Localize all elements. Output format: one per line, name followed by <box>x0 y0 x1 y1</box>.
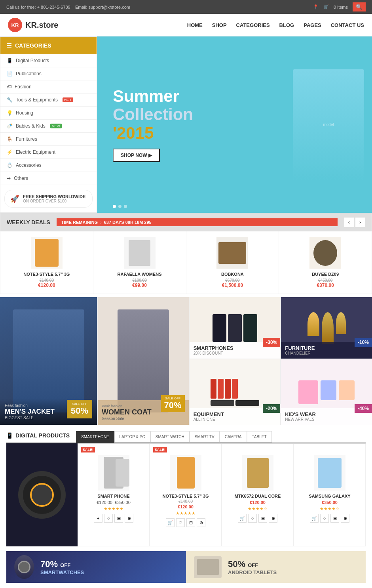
header: KR KR.store HOME SHOP CATEGORIES BLOG PA… <box>0 14 372 36</box>
sidebar-item-others[interactable]: ➡ Others <box>0 172 97 185</box>
publications-icon: 📄 <box>7 71 13 76</box>
equipment-disc: -20% <box>263 404 280 413</box>
deal-item-4: BUYEE DZ09 €450.00 €370.00 <box>279 231 372 294</box>
promo-furniture-card[interactable]: FURNITURE CHANDELIER -10% <box>281 297 372 359</box>
sidebar-item-electric[interactable]: ⚡ Electric Equipment <box>0 146 97 159</box>
deal-name-4: BUYEE DZ09 <box>283 272 368 277</box>
wishlist-btn-1[interactable]: ♡ <box>104 514 113 523</box>
logo[interactable]: KR KR.store <box>8 18 58 32</box>
wishlist-btn-2[interactable]: ♡ <box>176 518 185 527</box>
hero-content: Summer Collection '2015 SHOP NOW ▶ <box>97 71 209 178</box>
sidebar-item-tools[interactable]: 🔧 Tools & Equipments HOT <box>0 94 97 107</box>
compare-btn-1[interactable]: ⊞ <box>114 514 123 523</box>
tab-smartwatch[interactable]: SMART WATCH <box>150 431 190 443</box>
sidebar-item-digital[interactable]: 📱 Digital Products <box>0 54 97 67</box>
deals-nav: ‹ › <box>344 217 365 227</box>
dot-1[interactable] <box>113 205 116 208</box>
free-ship-banner: 🚀 FREE SHIPPING WORLDWIDE ON ORDER OVER … <box>4 190 93 208</box>
kids-sub: NEW ARRIVALS <box>285 417 368 422</box>
promo-banner-tablet-text: 50% OFF ANDROID TABLETS <box>228 559 277 575</box>
product-name-2: NOTE3-STYLE 5.7" 3G <box>154 494 217 498</box>
deals-products: NOTE3-STYLE 5.7" 3G €140.00 €120.00 RAFA… <box>0 231 372 294</box>
add-cart-btn-1[interactable]: + <box>94 514 102 523</box>
sidebar-label-others: Others <box>14 176 28 181</box>
nav-pages[interactable]: PAGES <box>304 22 321 28</box>
promo-banner-smartwatch[interactable]: 70% OFF SMARTWATCHES <box>6 551 186 583</box>
tablet-title: ANDROID TABLETS <box>228 569 277 575</box>
dot-2[interactable] <box>118 205 121 208</box>
product-stars-1: ★★★★★ <box>82 506 145 512</box>
sidebar-item-fashion[interactable]: 🏷 Fashion <box>0 80 97 94</box>
sidebar-item-babies[interactable]: 🍼 Babies & Kids NEW <box>0 120 97 133</box>
compare-btn-4[interactable]: ⊞ <box>330 514 339 523</box>
product-price-3: €120.00 <box>226 500 289 505</box>
promo-kids-wear[interactable]: KID'S WEAR NEW ARRIVALS -40% <box>281 359 372 425</box>
deals-prev-button[interactable]: ‹ <box>344 217 354 227</box>
deal-name-1: NOTE3-STYLE 5.7" 3G <box>4 272 89 277</box>
logo-icon: KR <box>8 18 22 32</box>
cart-count: 0 Items <box>334 5 348 10</box>
menu-icon: ☰ <box>7 42 12 49</box>
promo-banners: 70% OFF SMARTWATCHES 50% OFF ANDROID TAB… <box>6 551 366 583</box>
tab-tablet[interactable]: TABLET <box>247 431 272 443</box>
wishlist-btn-4[interactable]: ♡ <box>320 514 329 523</box>
nav-shop[interactable]: SHOP <box>212 22 227 28</box>
nav-home[interactable]: HOME <box>187 22 203 28</box>
product-card-1: SALE! SMART PHONE €120.00–€350.00 ★★★★★ … <box>78 443 150 546</box>
view-btn-2[interactable]: ⊕ <box>197 518 205 527</box>
tab-laptop[interactable]: LAPTOP & PC <box>114 431 150 443</box>
promo-equipment[interactable]: EQUIPMENT ALL IN ONE -20% <box>190 359 281 425</box>
view-btn-1[interactable]: ⊕ <box>125 514 133 523</box>
top-bar: Call us for free: + 801-2345-6789 Email:… <box>0 0 372 14</box>
cart-icon[interactable]: 🛒 <box>323 4 329 10</box>
promo-men-jacket[interactable]: Peak fashion MEN'S JACKET BIGGEST SALE S… <box>0 297 97 425</box>
dot-3[interactable] <box>124 205 127 208</box>
add-cart-btn-2[interactable]: 🛒 <box>166 518 175 527</box>
nav-blog[interactable]: BLOG <box>279 22 294 28</box>
fashion-icon: 🏷 <box>7 84 11 90</box>
deals-next-button[interactable]: › <box>355 217 365 227</box>
tools-icon: 🔧 <box>7 97 13 103</box>
housing-icon: 💡 <box>7 110 13 116</box>
compare-btn-3[interactable]: ⊞ <box>258 514 267 523</box>
product-img-1 <box>98 455 129 491</box>
men-jacket-sale-label: SALE OFF <box>71 402 88 406</box>
sidebar-label-housing: Housing <box>16 110 33 116</box>
product-card-3: MTK6572 DUAL CORE €120.00 ★★★★☆ 🛒 ♡ ⊞ ⊕ <box>222 443 294 546</box>
hero-line1: Summer <box>113 87 179 105</box>
deals-timer: TIME REMAINING › 637 DAYS 08H 18M 295 <box>57 218 338 226</box>
compare-btn-2[interactable]: ⊞ <box>186 518 195 527</box>
add-cart-btn-3[interactable]: 🛒 <box>238 514 247 523</box>
tab-smartphone[interactable]: SMARTPHONE <box>76 431 114 443</box>
product-name-4: SAMSUNG GALAXY <box>298 494 361 498</box>
sidebar-item-accessories[interactable]: 💍 Accessories <box>0 159 97 172</box>
hero-line2: Collection <box>113 105 193 124</box>
product-img-2 <box>170 455 201 491</box>
sidebar-item-publications[interactable]: 📄 Publications <box>0 67 97 80</box>
sidebar-item-furnitures[interactable]: 🪑 Furnitures <box>0 133 97 146</box>
view-btn-4[interactable]: ⊕ <box>341 514 349 523</box>
search-button[interactable]: 🔍 <box>353 2 366 11</box>
product-stars-2: ★★★★★ <box>154 511 217 516</box>
tablet-img <box>194 556 222 578</box>
nav-contact[interactable]: CONTACT US <box>331 22 364 28</box>
promo-banner-tablet[interactable]: 50% OFF ANDROID TABLETS <box>186 551 366 583</box>
shop-now-button[interactable]: SHOP NOW ▶ <box>113 149 160 162</box>
sidebar-item-housing[interactable]: 💡 Housing <box>0 107 97 120</box>
tab-camera[interactable]: CAMERA <box>220 431 247 443</box>
location-icon: 📍 <box>313 4 319 10</box>
nav-categories[interactable]: CATEGORIES <box>236 22 270 28</box>
promo-women-coat[interactable]: Peak fashion WOMEN COAT Season Sale SALE… <box>98 297 189 425</box>
deal-img-1 <box>31 237 63 269</box>
tab-smarttv[interactable]: SMART TV <box>190 431 220 443</box>
women-coat-desc: Season Sale <box>102 416 185 421</box>
view-btn-3[interactable]: ⊕ <box>269 514 277 523</box>
sale-badge-1: SALE! <box>81 447 95 452</box>
promo-smartphones[interactable]: SMARTPHONES 20% DISCOUNT -30% <box>190 297 281 359</box>
digital-section-title: 📱 DIGITAL PRODUCTS <box>6 432 76 442</box>
product-name-3: MTK6572 DUAL CORE <box>226 494 289 498</box>
add-cart-btn-4[interactable]: 🛒 <box>310 514 319 523</box>
sidebar-title-text: CATEGORIES <box>15 42 51 49</box>
deal-img-2 <box>124 237 156 269</box>
wishlist-btn-3[interactable]: ♡ <box>248 514 257 523</box>
